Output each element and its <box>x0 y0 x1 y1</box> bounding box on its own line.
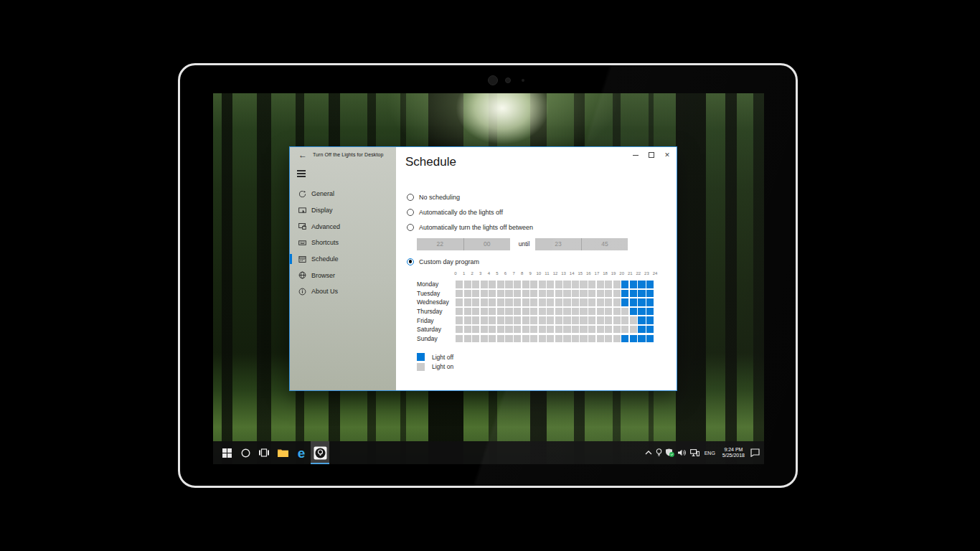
grid-cell[interactable] <box>638 298 645 306</box>
grid-cell[interactable] <box>497 316 504 324</box>
grid-cell[interactable] <box>547 290 554 298</box>
grid-cell[interactable] <box>547 281 554 288</box>
grid-cell[interactable] <box>539 308 546 316</box>
grid-cell[interactable] <box>514 281 521 288</box>
radio-button-icon[interactable] <box>407 194 414 201</box>
grid-cell[interactable] <box>613 281 621 288</box>
sidebar-item-advanced[interactable]: Advanced <box>290 218 396 235</box>
grid-cell[interactable] <box>630 335 637 343</box>
grid-cell[interactable] <box>646 308 654 316</box>
grid-cell[interactable] <box>472 335 479 343</box>
grid-cell[interactable] <box>630 290 637 298</box>
grid-cell[interactable] <box>597 335 604 343</box>
action-center-icon[interactable] <box>750 448 760 457</box>
grid-cell[interactable] <box>505 298 512 306</box>
grid-cell[interactable] <box>547 308 554 316</box>
grid-cell[interactable] <box>497 308 504 316</box>
grid-cell[interactable] <box>563 308 570 316</box>
bulb-tray-icon[interactable] <box>656 448 662 457</box>
grid-cell[interactable] <box>605 290 612 298</box>
from-hour-field[interactable]: 22 <box>417 238 463 250</box>
grid-cell[interactable] <box>514 308 521 316</box>
grid-cell[interactable] <box>605 308 612 316</box>
grid-cell[interactable] <box>514 326 521 334</box>
grid-cell[interactable] <box>630 326 637 334</box>
grid-cell[interactable] <box>472 298 479 306</box>
grid-cell[interactable] <box>505 335 512 343</box>
grid-cell[interactable] <box>456 281 463 288</box>
grid-cell[interactable] <box>563 281 570 288</box>
grid-cell[interactable] <box>630 281 637 288</box>
grid-cell[interactable] <box>555 316 562 324</box>
close-button[interactable]: ✕ <box>659 149 675 161</box>
grid-cell[interactable] <box>638 316 645 324</box>
grid-cell[interactable] <box>572 298 579 306</box>
grid-cell[interactable] <box>497 326 504 334</box>
grid-cell[interactable] <box>613 335 621 343</box>
grid-cell[interactable] <box>497 335 504 343</box>
radio-no-scheduling[interactable]: No scheduling <box>407 192 460 202</box>
grid-cell[interactable] <box>572 290 579 298</box>
grid-cell[interactable] <box>597 281 604 288</box>
grid-cell[interactable] <box>522 308 529 316</box>
grid-cell[interactable] <box>539 326 546 334</box>
grid-cell[interactable] <box>547 316 554 324</box>
grid-cell[interactable] <box>646 290 654 298</box>
grid-cell[interactable] <box>572 316 579 324</box>
grid-cell[interactable] <box>580 298 587 306</box>
grid-cell[interactable] <box>497 290 504 298</box>
grid-cell[interactable] <box>621 326 628 334</box>
volume-icon[interactable] <box>678 449 687 456</box>
grid-cell[interactable] <box>481 335 488 343</box>
sidebar-item-schedule[interactable]: Schedule <box>290 251 396 268</box>
grid-cell[interactable] <box>646 316 654 324</box>
grid-cell[interactable] <box>613 290 621 298</box>
chevron-up-icon[interactable] <box>645 451 652 455</box>
grid-cell[interactable] <box>464 308 471 316</box>
grid-cell[interactable] <box>588 298 595 306</box>
grid-cell[interactable] <box>597 298 604 306</box>
grid-cell[interactable] <box>514 290 521 298</box>
grid-cell[interactable] <box>539 281 546 288</box>
grid-cell[interactable] <box>505 290 512 298</box>
clock[interactable]: 9:24 PM 5/25/2018 <box>720 447 747 459</box>
radio-button-icon[interactable] <box>407 224 414 231</box>
grid-cell[interactable] <box>489 281 496 288</box>
grid-cell[interactable] <box>489 298 496 306</box>
grid-cell[interactable] <box>489 308 496 316</box>
hamburger-menu-button[interactable] <box>297 170 306 179</box>
back-button[interactable]: ← <box>298 150 307 160</box>
grid-cell[interactable] <box>481 298 488 306</box>
grid-cell[interactable] <box>555 298 562 306</box>
grid-cell[interactable] <box>597 326 604 334</box>
grid-cell[interactable] <box>514 298 521 306</box>
grid-cell[interactable] <box>505 281 512 288</box>
grid-cell[interactable] <box>522 335 529 343</box>
grid-cell[interactable] <box>621 308 628 316</box>
sidebar-item-general[interactable]: General <box>290 186 396 202</box>
grid-cell[interactable] <box>539 290 546 298</box>
grid-cell[interactable] <box>588 290 595 298</box>
grid-cell[interactable] <box>539 298 546 306</box>
grid-cell[interactable] <box>563 335 570 343</box>
grid-cell[interactable] <box>530 298 537 306</box>
grid-cell[interactable] <box>555 335 562 343</box>
grid-cell[interactable] <box>563 298 570 306</box>
grid-cell[interactable] <box>464 298 471 306</box>
grid-cell[interactable] <box>505 316 512 324</box>
grid-cell[interactable] <box>472 308 479 316</box>
file-explorer-button[interactable] <box>273 441 292 464</box>
grid-cell[interactable] <box>572 335 579 343</box>
grid-cell[interactable] <box>580 290 587 298</box>
grid-cell[interactable] <box>605 326 612 334</box>
grid-cell[interactable] <box>497 298 504 306</box>
grid-cell[interactable] <box>481 316 488 324</box>
sidebar-item-about-us[interactable]: About Us <box>290 283 396 300</box>
grid-cell[interactable] <box>481 308 488 316</box>
grid-cell[interactable] <box>489 326 496 334</box>
grid-cell[interactable] <box>489 290 496 298</box>
grid-cell[interactable] <box>456 316 463 324</box>
grid-cell[interactable] <box>530 316 537 324</box>
grid-cell[interactable] <box>646 298 654 306</box>
grid-cell[interactable] <box>464 316 471 324</box>
